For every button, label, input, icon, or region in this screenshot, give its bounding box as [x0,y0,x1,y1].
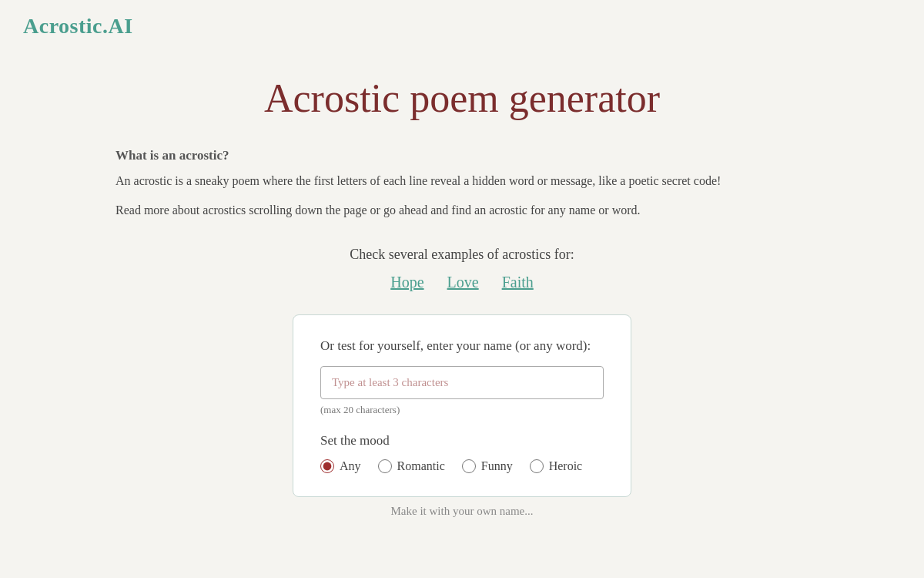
max-chars-note: (max 20 characters) [320,404,604,416]
site-logo[interactable]: Acrostic.AI [23,14,901,39]
mood-radio-funny[interactable] [462,459,476,473]
mood-label: Set the mood [320,433,604,449]
word-input[interactable] [320,366,604,399]
example-link-love[interactable]: Love [447,274,479,291]
example-link-faith[interactable]: Faith [502,274,534,291]
mood-label-any: Any [340,459,361,473]
info-read-more: Read more about acrostics scrolling down… [116,200,808,220]
mood-option-heroic[interactable]: Heroic [530,459,583,473]
page-title: Acrostic poem generator [116,76,808,121]
main-content: Acrostic poem generator What is an acros… [85,52,839,533]
bottom-hint-text: Make it with your own name... [116,505,808,518]
mood-label-heroic: Heroic [549,459,583,473]
mood-label-funny: Funny [481,459,513,473]
examples-section: Check several examples of acrostics for:… [116,247,808,291]
input-card: Or test for yourself, enter your name (o… [293,314,631,497]
mood-radio-heroic[interactable] [530,459,544,473]
examples-label: Check several examples of acrostics for: [116,247,808,263]
info-section: What is an acrostic? An acrostic is a sn… [116,148,808,220]
input-card-label: Or test for yourself, enter your name (o… [320,338,604,354]
mood-radio-any[interactable] [320,459,334,473]
site-header: Acrostic.AI [0,0,924,52]
mood-radio-group: Any Romantic Funny Heroic [320,459,604,473]
info-question: What is an acrostic? [116,148,808,163]
mood-label-romantic: Romantic [397,459,445,473]
mood-option-funny[interactable]: Funny [462,459,513,473]
example-links-container: Hope Love Faith [116,274,808,291]
mood-option-any[interactable]: Any [320,459,361,473]
bottom-hint: Make it with your own name... [116,497,808,518]
mood-option-romantic[interactable]: Romantic [378,459,445,473]
example-link-hope[interactable]: Hope [390,274,424,291]
mood-radio-romantic[interactable] [378,459,392,473]
info-description: An acrostic is a sneaky poem where the f… [116,171,808,191]
